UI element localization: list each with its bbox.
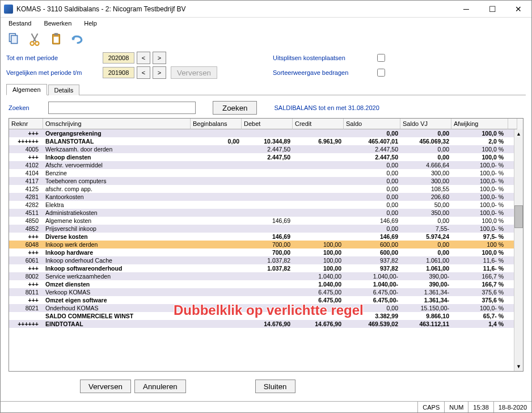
sorteer-checkbox[interactable] (377, 69, 385, 77)
table-row[interactable]: +++Omzet eigen software6.475,006.475,00-… (9, 296, 523, 304)
col-reknr[interactable]: Reknr (9, 119, 43, 129)
grid-header: Reknr Omschrijving Beginbalans Debet Cre… (9, 119, 523, 129)
undo-icon[interactable] (69, 30, 87, 48)
table-row[interactable]: 8021Onderhoud KOMAS0,0015.150,00-100,0- … (9, 304, 523, 312)
verversen-button-top[interactable]: Verversen (171, 66, 217, 79)
window-title: KOMAS - 3110 Saldibalans - 2: Nicogram T… (16, 5, 453, 13)
table-row[interactable]: 4005Werkzaamh. door derden2.447,502.447,… (9, 145, 523, 153)
svg-point-2 (30, 41, 34, 45)
table-row[interactable]: 8002Service werkzaamheden1.040,001.040,0… (9, 272, 523, 280)
copy-icon[interactable] (4, 30, 22, 48)
table-row[interactable]: SALDO COMMERCIELE WINST3.382,999.866,106… (9, 312, 523, 320)
table-row[interactable]: +++Diverse kosten146,69146,695.974,2497,… (9, 233, 523, 241)
table-row[interactable]: ++++++EINDTOTAAL14.676,9014.676,90469.53… (9, 320, 523, 328)
footer-buttons: Verversen Annuleren Sluiten (1, 372, 531, 401)
sorteer-label: Sorteerweergave bedragen (273, 69, 375, 76)
table-row[interactable]: +++Inkoop softwareonderhoud1.037,82100,0… (9, 264, 523, 272)
verversen-button[interactable]: Verversen (80, 380, 131, 393)
table-row[interactable]: 4850Algemene kosten146,69146,690,00100,0… (9, 217, 523, 225)
vergelijken-next-button[interactable]: > (153, 66, 166, 79)
saldibalans-subtitle: SALDIBALANS tot en met 31.08.2020 (274, 104, 379, 111)
menubar: Bestand Bewerken Help (1, 18, 531, 29)
scroll-down-icon[interactable]: ▼ (514, 362, 523, 371)
table-row[interactable]: 4117Toebehoren computers0,00300,00100,0-… (9, 177, 523, 185)
tab-details[interactable]: Details (48, 85, 80, 95)
maximize-button[interactable]: ☐ (479, 1, 505, 18)
titlebar: KOMAS - 3110 Saldibalans - 2: Nicogram T… (1, 1, 531, 18)
table-row[interactable]: 4102Afschr. vervoermiddel0,004.666,64100… (9, 161, 523, 169)
search-row: Zoeken Zoeken SALDIBALANS tot en met 31.… (1, 95, 531, 118)
tab-algemeen[interactable]: Algemeen (6, 84, 47, 95)
table-row[interactable]: 4104Benzine0,00300,00100,0- % (9, 169, 523, 177)
tot-periode-label: Tot en met periode (6, 54, 103, 61)
svg-rect-1 (11, 36, 18, 44)
paste-icon[interactable] (47, 30, 65, 48)
balance-grid: Reknr Omschrijving Beginbalans Debet Cre… (9, 118, 523, 372)
table-row[interactable]: +++Overgangsrekening0,000,00100,0 % (9, 129, 523, 137)
table-row[interactable]: 4282Elektra0,0050,00100,0- % (9, 201, 523, 209)
menu-bewerken[interactable]: Bewerken (39, 19, 76, 28)
sluiten-button[interactable]: Sluiten (255, 380, 295, 393)
menu-help[interactable]: Help (79, 19, 102, 28)
table-row[interactable]: ++++++BALANSTOTAAL0,0010.344,896.961,904… (9, 137, 523, 145)
svg-point-3 (35, 41, 39, 45)
col-omschrijving[interactable]: Omschrijving (43, 119, 191, 129)
table-row[interactable]: 4125afschr. comp app.0,00108,55100,0- % (9, 185, 523, 193)
col-afwijking[interactable]: Afwijking (451, 119, 508, 129)
grid-body: Dubbelklik op verlichtte regel ▲ ▼ +++Ov… (9, 129, 523, 371)
uitsplitsen-checkbox[interactable] (377, 54, 385, 62)
menu-bestand[interactable]: Bestand (4, 19, 36, 28)
params-panel: Tot en met periode < > Uitsplitsen koste… (1, 49, 531, 79)
vertical-scrollbar[interactable]: ▲ ▼ (514, 129, 523, 371)
table-row[interactable]: +++Omzet diensten1.040,001.040,00-390,00… (9, 280, 523, 288)
tot-periode-prev-button[interactable]: < (137, 52, 150, 64)
tabs: Algemeen Details (6, 83, 526, 95)
toolbar (1, 29, 531, 49)
zoeken-button[interactable]: Zoeken (213, 101, 257, 115)
vergelijken-prev-button[interactable]: < (137, 66, 150, 79)
col-debet[interactable]: Debet (242, 119, 293, 129)
minimize-button[interactable]: ─ (453, 1, 479, 18)
col-saldovj[interactable]: Saldo VJ (400, 119, 451, 129)
table-row[interactable]: 4852Prijsverschil inkoop0,007,55-100,0- … (9, 225, 523, 233)
search-input[interactable] (48, 102, 196, 114)
table-row[interactable]: 6048Inkoop werk derden700,00100,00600,00… (9, 241, 523, 248)
table-row[interactable]: 4281Kantoorkosten0,00206,60100,0- % (9, 193, 523, 201)
status-caps: CAPS (417, 402, 444, 412)
table-row[interactable]: 4511Administratiekosten0,00350,00100,0- … (9, 209, 523, 217)
vergelijken-input[interactable] (103, 67, 134, 78)
scroll-thumb[interactable] (514, 205, 523, 228)
annuleren-button[interactable]: Annuleren (134, 380, 186, 393)
status-num: NUM (444, 402, 468, 412)
app-icon (4, 5, 13, 14)
status-date: 18-8-2020 (493, 402, 531, 412)
scroll-up-icon[interactable]: ▲ (514, 129, 523, 138)
uitsplitsen-label: Uitsplitsen kostenplaatsen (273, 54, 375, 61)
cut-icon[interactable] (26, 30, 44, 48)
table-row[interactable]: +++Inkoop hardware700,00100,00600,000,00… (9, 248, 523, 256)
table-row[interactable]: 6061Inkoop onderhoud Cache1.037,82100,00… (9, 256, 523, 264)
scroll-track[interactable] (514, 138, 523, 362)
col-credit[interactable]: Credit (293, 119, 344, 129)
vergelijken-label: Vergelijken met periode t/m (6, 69, 103, 76)
col-beginbalans[interactable]: Beginbalans (191, 119, 242, 129)
status-time: 15:38 (468, 402, 493, 412)
statusbar: CAPS NUM 15:38 18-8-2020 (1, 401, 531, 412)
tot-periode-input[interactable] (103, 52, 134, 64)
table-row[interactable]: +++Inkoop diensten2.447,502.447,500,0010… (9, 153, 523, 161)
close-button[interactable]: ✕ (505, 1, 531, 18)
zoeken-label: Zoeken (9, 104, 43, 111)
table-row[interactable]: 8011Verkoop KOMAS6.475,006.475,00-1.361,… (9, 288, 523, 296)
tot-periode-next-button[interactable]: > (153, 52, 166, 64)
col-saldo[interactable]: Saldo (344, 119, 400, 129)
svg-rect-6 (54, 37, 59, 43)
svg-rect-5 (54, 33, 58, 35)
